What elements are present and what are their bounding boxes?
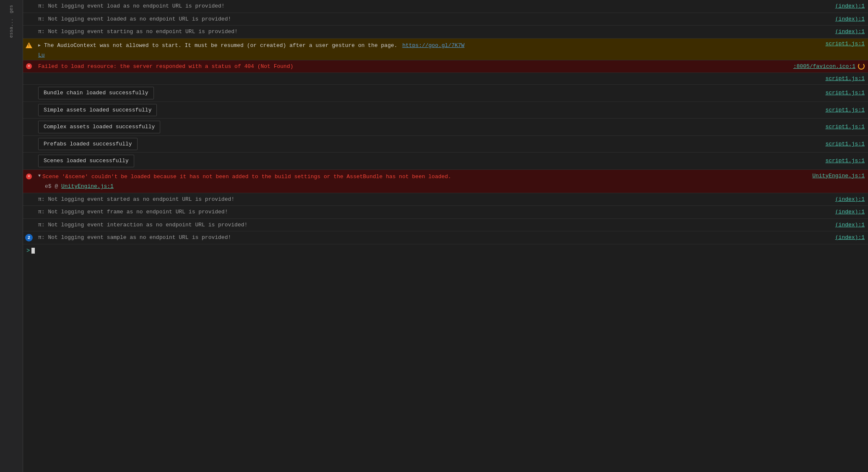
log-source-simple[interactable]: script1.js:1 [822, 102, 868, 119]
prompt-row[interactable]: > [23, 244, 868, 257]
log-text: π: Not logging event load as no endpoint… [38, 2, 225, 10]
badge-count-icon: 2 [25, 234, 33, 241]
log-source[interactable]: (index):1 [832, 26, 868, 38]
error-icon-scene: ✕ [26, 174, 32, 179]
log-message-cell-interaction: π: Not logging event interaction as no e… [35, 219, 832, 231]
log-row-error-404: ✕ Failed to load resource: the server re… [23, 60, 868, 73]
log-source-sample[interactable]: (index):1 [832, 231, 868, 244]
expand-arrow-scene[interactable]: ▼ [38, 173, 41, 181]
log-text-scene-error: Scene '&scene' couldn't be loaded becaus… [42, 173, 451, 181]
log-text: π: Not logging event loaded as no endpoi… [38, 15, 231, 23]
log-text-interaction: π: Not logging event interaction as no e… [38, 221, 247, 229]
log-message-cell-complex: Complex assets loaded successfully [35, 119, 822, 135]
log-row-warning: ▶ The AudioContext was not allowed to st… [23, 39, 868, 60]
log-icon-cell [23, 153, 35, 169]
log-message-cell-error: Failed to load resource: the server resp… [35, 60, 790, 73]
sidebar-left: ges essa... [0, 0, 23, 472]
log-row-simple: Simple assets loaded successfully script… [23, 102, 868, 119]
log-row-prefabs: Prefabs loaded successfully script1.js:1 [23, 136, 868, 153]
log-row-sample: 2 π: Not logging event sample as no endp… [23, 231, 868, 244]
log-message-cell-sample: π: Not logging event sample as no endpoi… [35, 231, 832, 244]
error-icon-cell: ✕ [23, 60, 35, 73]
log-source-frame[interactable]: (index):1 [832, 206, 868, 218]
warning-link-2[interactable]: Lu [38, 52, 45, 58]
log-source-bundle[interactable]: script1.js:1 [822, 85, 868, 101]
log-message-cell: π: Not logging event loaded as no endpoi… [35, 13, 832, 26]
log-icon-cell [23, 206, 35, 218]
log-source-started[interactable]: (index):1 [832, 193, 868, 206]
log-source-prefabs[interactable]: script1.js:1 [822, 136, 868, 153]
expand-arrow[interactable]: ▶ [38, 42, 41, 49]
badge-icon-cell: 2 [23, 231, 35, 244]
log-message-cell-prefabs: Prefabs loaded successfully [35, 136, 822, 153]
log-source-script1[interactable]: script1.js:1 [822, 73, 868, 84]
log-row-started: π: Not logging event started as no endpo… [23, 193, 868, 206]
warning-icon-cell [23, 39, 35, 50]
log-text-warning: The AudioContext was not allowed to star… [44, 41, 400, 50]
log-message-cell-warning: ▶ The AudioContext was not allowed to st… [35, 39, 822, 52]
log-source-scenes[interactable]: script1.js:1 [822, 153, 868, 169]
success-badge-complex: Complex assets loaded successfully [38, 121, 160, 133]
log-source-warning[interactable]: script1.js:1 [825, 41, 865, 47]
log-row-complex: Complex assets loaded successfully scrip… [23, 119, 868, 136]
log-source-complex[interactable]: script1.js:1 [822, 119, 868, 135]
sidebar-label-1: ges [8, 3, 15, 15]
log-icon-cell [23, 193, 35, 206]
refresh-icon [858, 63, 865, 70]
cursor [31, 248, 35, 254]
log-text: π: Not logging event starting as no endp… [38, 28, 238, 36]
log-icon-cell [23, 26, 35, 38]
error-icon-cell-scene: ✕ [23, 170, 35, 181]
log-text-error: Failed to load resource: the server resp… [38, 62, 294, 71]
log-text-frame: π: Not logging event frame as no endpoin… [38, 208, 228, 216]
console-panel: ges essa... π: Not logging event load as… [0, 0, 868, 472]
main-content: π: Not logging event load as no endpoint… [23, 0, 868, 472]
log-row-script1: script1.js:1 [23, 73, 868, 85]
log-text-sample: π: Not logging event sample as no endpoi… [38, 233, 231, 242]
log-icon-cell [23, 136, 35, 153]
log-message-cell-scene-error: ▼ Scene '&scene' couldn't be loaded beca… [35, 170, 809, 193]
log-row-scenes: Scenes loaded successfully script1.js:1 [23, 153, 868, 170]
log-source[interactable]: (index):1 [832, 13, 868, 26]
success-badge-prefabs: Prefabs loaded successfully [38, 138, 138, 150]
log-message-cell: π: Not logging event load as no endpoint… [35, 0, 832, 13]
warning-link[interactable]: https://goo.gl/7K7W [402, 41, 464, 50]
error-source-text: :8005/favicon.ico:1 [793, 63, 855, 70]
log-icon-cell [23, 13, 35, 26]
log-icon-cell [23, 0, 35, 13]
log-source[interactable]: (index):1 [832, 0, 868, 13]
sidebar-label-2: essa... [8, 17, 15, 39]
success-badge-simple: Simple assets loaded successfully [38, 104, 157, 117]
success-badge-scenes: Scenes loaded successfully [38, 155, 134, 167]
log-container[interactable]: π: Not logging event load as no endpoint… [23, 0, 868, 472]
log-row-scene-error: ✕ ▼ Scene '&scene' couldn't be loaded be… [23, 170, 868, 193]
log-row: π: Not logging event loaded as no endpoi… [23, 13, 868, 26]
log-icon-cell [23, 73, 35, 84]
log-message-cell-frame: π: Not logging event frame as no endpoin… [35, 206, 832, 218]
error-icon: ✕ [26, 63, 32, 69]
log-text-started: π: Not logging event started as no endpo… [38, 195, 234, 204]
prompt-chevron: > [26, 247, 30, 254]
log-source-interaction[interactable]: (index):1 [832, 219, 868, 231]
log-message-cell [35, 73, 822, 84]
log-icon-cell [23, 219, 35, 231]
log-row-frame: π: Not logging event frame as no endpoin… [23, 206, 868, 219]
log-icon-cell [23, 102, 35, 119]
log-row: π: Not logging event starting as no endp… [23, 26, 868, 39]
log-message-cell-started: π: Not logging event started as no endpo… [35, 193, 832, 206]
log-row-interaction: π: Not logging event interaction as no e… [23, 219, 868, 232]
log-icon-cell [23, 119, 35, 135]
log-row: π: Not logging event load as no endpoint… [23, 0, 868, 13]
unity-engine-link[interactable]: UnityEngine.js:1 [61, 183, 114, 189]
warning-icon [26, 42, 32, 48]
log-message-cell-bundle: Bundle chain loaded successfully [35, 85, 822, 101]
log-message-cell: π: Not logging event starting as no endp… [35, 26, 832, 38]
log-text-scene-sub: e$ @ [45, 183, 61, 189]
log-source-error[interactable]: :8005/favicon.ico:1 [790, 60, 868, 73]
log-row-bundle: Bundle chain loaded successfully script1… [23, 85, 868, 102]
success-badge-bundle: Bundle chain loaded successfully [38, 87, 154, 99]
log-message-cell-scenes: Scenes loaded successfully [35, 153, 822, 169]
log-source-scene-error[interactable]: UnityEngine.js:1 [812, 173, 865, 179]
log-message-cell-simple: Simple assets loaded successfully [35, 102, 822, 119]
log-icon-cell [23, 85, 35, 101]
